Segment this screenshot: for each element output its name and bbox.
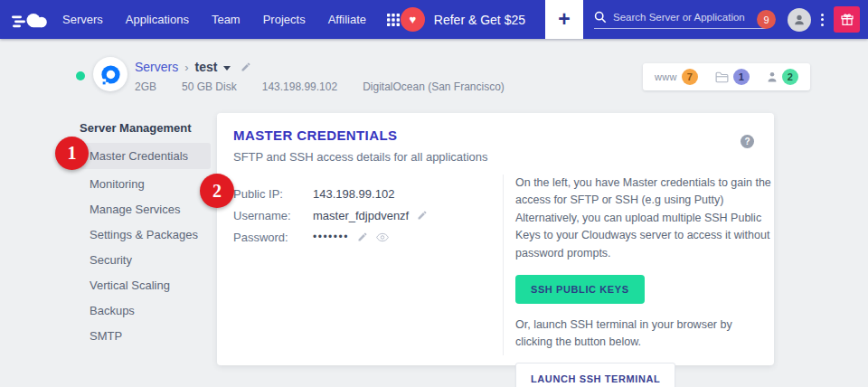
search-icon	[594, 11, 607, 24]
user-avatar[interactable]	[788, 8, 811, 32]
server-disk: 50 GB Disk	[182, 80, 237, 93]
server-ip: 143.198.99.102	[262, 80, 337, 93]
nav-item-team[interactable]: Team	[212, 13, 241, 26]
projects-count: 1	[733, 69, 750, 85]
public-ip-row: Public IP: 143.198.99.102	[233, 183, 428, 204]
page-subtitle: SFTP and SSH access details for all appl…	[233, 150, 488, 164]
breadcrumb-separator: ›	[184, 61, 188, 74]
edit-server-name-icon[interactable]	[241, 61, 251, 72]
www-label: www	[655, 71, 677, 82]
server-name[interactable]: test	[195, 60, 218, 74]
refer-link[interactable]: Refer & Get $25	[434, 13, 525, 27]
password-value: •••••••	[313, 231, 349, 243]
apps-grid-icon[interactable]	[387, 14, 400, 26]
edit-username-icon[interactable]	[417, 210, 428, 221]
digitalocean-logo-icon	[93, 57, 127, 91]
nav-item-affiliate[interactable]: Affiliate	[328, 13, 366, 26]
projects-count-badge[interactable]: 1	[715, 69, 750, 85]
cloudways-logo-icon[interactable]	[12, 8, 53, 32]
annotation-step-1: 1	[55, 137, 89, 170]
search-input[interactable]	[613, 12, 749, 23]
team-count-badge[interactable]: 2	[767, 69, 798, 85]
nav-menu: Servers Applications Team Projects Affil…	[62, 13, 366, 26]
sidebar-item-vertical-scaling[interactable]: Vertical Scaling	[80, 273, 211, 297]
server-provider: DigitalOcean (San Francisco)	[363, 80, 505, 93]
credentials-fields: Public IP: 143.198.99.102 Username: mast…	[233, 183, 428, 248]
launch-ssh-terminal-button[interactable]: LAUNCH SSH TERMINAL	[515, 363, 675, 387]
nav-item-projects[interactable]: Projects	[263, 13, 306, 26]
password-row: Password: •••••••	[233, 226, 428, 248]
username-value: master_fdjpdvenzf	[313, 209, 409, 222]
apps-count: 7	[682, 69, 698, 85]
more-menu-icon[interactable]	[821, 14, 824, 26]
username-label: Username:	[233, 209, 313, 222]
ssh-info-text: On the left, you have Master credentials…	[515, 175, 772, 262]
annotation-step-2: 2	[200, 174, 234, 208]
ssh-info-panel: On the left, you have Master credentials…	[515, 175, 772, 387]
vertical-divider	[503, 175, 504, 355]
help-icon[interactable]: ?	[741, 135, 754, 148]
sidebar-item-smtp[interactable]: SMTP	[80, 324, 211, 348]
edit-password-icon[interactable]	[357, 231, 368, 242]
chevron-down-icon[interactable]	[223, 66, 231, 71]
person-icon	[767, 71, 778, 83]
search-bar	[594, 11, 766, 29]
heart-icon[interactable]: ♥	[401, 7, 425, 32]
sidebar-item-monitoring[interactable]: Monitoring	[80, 172, 211, 196]
team-count: 2	[782, 69, 798, 85]
top-nav: Servers Applications Team Projects Affil…	[0, 0, 868, 39]
page-title: MASTER CREDENTIALS	[233, 127, 397, 143]
show-password-eye-icon[interactable]	[376, 232, 389, 242]
terminal-info-text: Or, launch SSH terminal in your browser …	[515, 316, 772, 351]
username-row: Username: master_fdjpdvenzf	[233, 204, 428, 226]
breadcrumb-servers-link[interactable]: Servers	[135, 60, 178, 74]
sidebar-item-master-credentials[interactable]: Master Credentials	[80, 143, 211, 169]
public-ip-value: 143.198.99.102	[313, 187, 394, 201]
ssh-public-keys-button[interactable]: SSH PUBLIC KEYS	[515, 275, 645, 304]
server-specs: 2GB 50 GB Disk 143.198.99.102 DigitalOce…	[135, 80, 505, 93]
folder-icon	[715, 71, 729, 83]
password-label: Password:	[233, 231, 313, 244]
server-status-dot	[76, 71, 85, 80]
sidebar-item-backups[interactable]: Backups	[80, 298, 211, 323]
sidebar-heading: Server Management	[80, 121, 211, 135]
public-ip-label: Public IP:	[233, 187, 313, 201]
server-size: 2GB	[135, 80, 156, 93]
notification-badge[interactable]: 9	[757, 10, 776, 29]
sidebar-item-manage-services[interactable]: Manage Services	[80, 197, 211, 222]
nav-item-applications[interactable]: Applications	[126, 13, 189, 26]
breadcrumb: Servers › test 2GB 50 GB Disk 143.198.99…	[135, 60, 505, 93]
apps-count-badge[interactable]: www 7	[655, 69, 698, 85]
master-credentials-card: MASTER CREDENTIALS SFTP and SSH access d…	[217, 113, 774, 365]
server-summary-card: www 7 1 2	[643, 63, 810, 90]
nav-item-servers[interactable]: Servers	[62, 13, 103, 26]
add-server-button[interactable]: +	[545, 0, 583, 39]
gift-icon[interactable]	[834, 6, 860, 33]
sidebar-item-security[interactable]: Security	[80, 248, 211, 272]
sidebar: Server Management Master Credentials Mon…	[80, 121, 211, 349]
sidebar-item-settings-packages[interactable]: Settings & Packages	[80, 222, 211, 247]
